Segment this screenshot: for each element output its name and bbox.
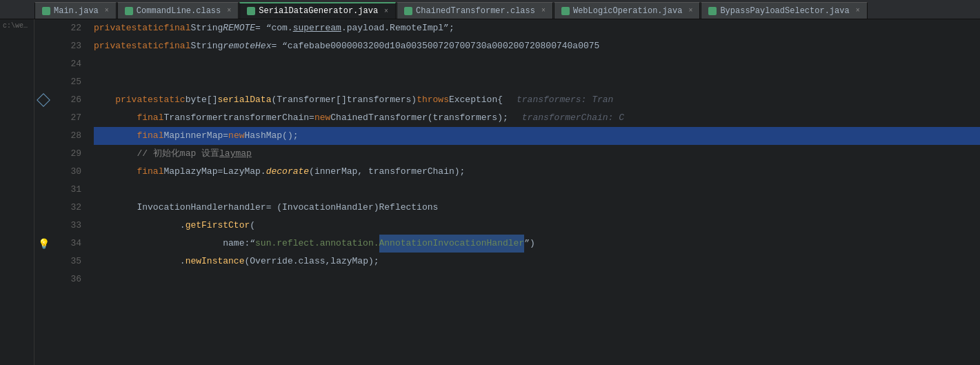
gutter-row-26 [34,91,52,109]
comment-29: // 初始化map 设置laymap [137,145,251,163]
ln-24: 24 [52,55,81,73]
tab-close-weblogic[interactable]: × [688,7,692,14]
code-line-32: InvocationHandler handler = (InvocationH… [94,199,980,217]
dot-33: . [180,217,186,235]
chained-type-27: ChainedTransformer [330,109,427,127]
tab-close-chainedtransformer[interactable]: × [541,7,546,14]
paren-26: ) [411,91,417,109]
ln-25: 25 [52,73,81,91]
ln-28: 28 [52,127,81,145]
ln-34: 34 [52,235,81,253]
code-line-25 [94,73,980,91]
lazymap-35: lazyMap [330,253,368,270]
ln-30: 30 [52,163,81,181]
gutter-row-24 [34,55,52,73]
code-line-31 [94,181,980,199]
kw-final-22: final [163,19,190,37]
tab-icon-chainedtransformer [404,7,412,15]
tab-serialdata[interactable]: SerialDataGenerator.java × [239,2,396,19]
string-pre-34: sun.reflect.annotation. [255,235,379,253]
code-container[interactable]: 💡 22 23 24 25 26 27 28 29 30 31 32 33 34 [34,19,980,365]
tab-icon-serialdata [247,7,255,15]
sidebar-path: c:\weblog [0,19,34,32]
indent-28 [94,127,137,145]
ln-29: 29 [52,145,81,163]
tab-label-commandline: CommandLine.class [137,6,221,16]
tab-label-bypasspayload: BypassPayloadSelector.java [720,6,849,16]
tab-commandline[interactable]: CommandLine.class × [117,2,239,19]
annotation-handler-highlight: AnnotationInvocationHandler [379,235,525,253]
tab-icon-weblogic [561,7,570,15]
indent-27 [94,109,137,127]
pkg-22: superream [293,19,341,37]
tab-icon-bypasspayload [708,7,717,15]
pkg2-22: .payload.RemoteImpl”; [341,19,454,37]
line-numbers: 22 23 24 25 26 27 28 29 30 31 32 33 34 3… [52,19,87,365]
method-newinstance: newInstance [186,253,245,270]
tab-label-chainedtransformer: ChainedTransformer.class [416,6,535,16]
tab-icon-main [42,7,50,15]
final-kw-27: final [137,109,163,127]
tab-icon-commandline [125,7,133,15]
params-26: ( [271,91,277,109]
indent-35 [94,253,180,270]
invocation-type: InvocationHandler [137,199,228,217]
arr-26: [] [336,91,347,109]
type-string-23: String [190,37,223,55]
eq-28: = [223,127,228,145]
tab-weblogic[interactable]: WebLogicOperation.java × [554,2,700,19]
indent-33 [94,217,180,235]
kw-private-26: private [115,91,153,109]
code-line-29: // 初始化map 设置laymap [94,145,980,163]
code-line-28: final Map innerMap = new HashMap(); [94,127,980,145]
map-type-30: Map [163,163,179,181]
new-kw-27: new [314,109,330,127]
tab-close-commandline[interactable]: × [227,7,231,14]
exception-26: Exception [449,91,497,109]
ln-23: 23 [52,37,81,55]
reflections-32: Reflections [379,199,439,217]
gutter-row-33 [34,217,52,235]
gutter-row-36 [34,270,52,288]
param-transformers: transformers [347,91,412,109]
code-line-35: .newInstance(Override.class, lazyMap); [94,253,980,270]
kw-private-22: private [94,19,132,37]
indent-30 [94,163,137,181]
code-line-22: private static final String REMOTE = “co… [94,19,980,37]
tab-close-bypasspayload[interactable]: × [856,7,860,14]
ln-33: 33 [52,217,81,235]
ln-27: 27 [52,109,81,127]
tab-label-serialdata: SerialDataGenerator.java [259,6,378,16]
editor-root: Main.java × CommandLine.class × SerialDa… [0,0,980,365]
bulb-icon-34[interactable]: 💡 [38,238,50,250]
eq-32: = ( [266,199,282,217]
gutter-row-29 [34,145,52,163]
gutter-row-25 [34,73,52,91]
cast-close-32: ) [374,199,379,217]
tab-close-main[interactable]: × [105,7,109,14]
kw-static-22: static [132,19,164,37]
gutter: 💡 [34,19,52,365]
tab-main[interactable]: Main.java × [34,2,117,19]
code-line-26: private static byte[] serialData(Transfo… [94,91,980,109]
indent-34 [94,235,223,253]
code-lines[interactable]: private static final String REMOTE = “co… [87,19,980,365]
gutter-row-35 [34,253,52,270]
ln-35: 35 [52,253,81,270]
hint-27: transformerChain: C [522,109,624,127]
tab-label-main: Main.java [54,6,99,16]
type-string-22: String [190,19,223,37]
override-35: Override [250,253,292,270]
var-remote: REMOTE [223,19,255,37]
tab-bypasspayload[interactable]: BypassPayloadSelector.java × [701,2,867,19]
args-30: (innerMap, transformerChain); [309,163,465,181]
code-line-33: .getFirstCtor( [94,217,980,235]
tab-chainedtransformer[interactable]: ChainedTransformer.class × [397,2,553,19]
name-label-34: name: [223,235,250,253]
final-kw-28: final [137,127,163,145]
hint-26: transformers: Tran [517,91,613,109]
new-kw-28: new [228,127,244,145]
tab-close-serialdata[interactable]: × [384,8,388,15]
call-28: (); [282,127,298,145]
transformer-type: Transformer [277,91,336,109]
